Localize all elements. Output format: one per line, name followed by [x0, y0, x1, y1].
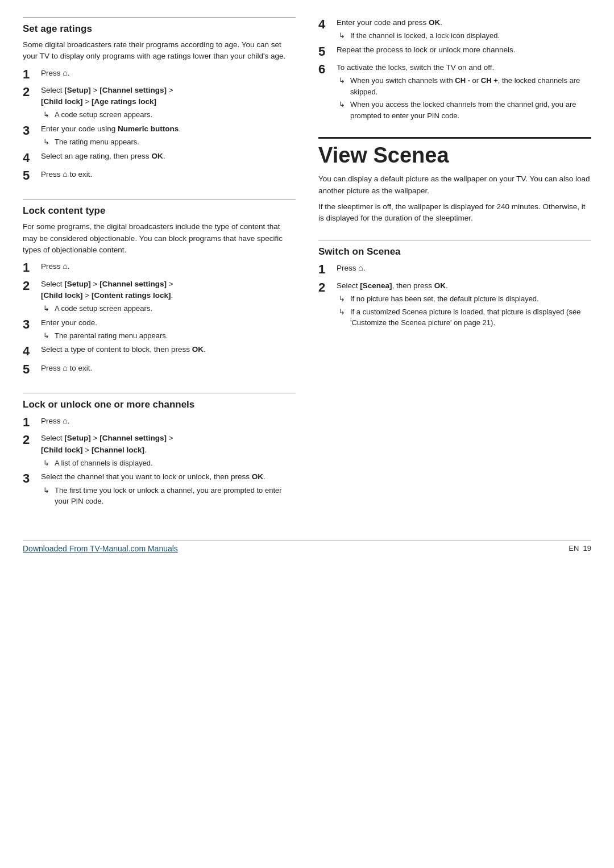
luc-step-3: 3 Select the channel that you want to lo… — [23, 471, 296, 506]
sub-bullet-text-3a: The rating menu appears. — [55, 136, 139, 148]
step-content-2: Select [Setup] > [Channel settings] > [C… — [41, 85, 296, 121]
cont-sub-bullet-4a: ↳ If the channel is locked, a lock icon … — [339, 30, 591, 41]
luc-step-num-1: 1 — [23, 415, 39, 430]
arrow-icon-sos-2b: ↳ — [339, 306, 347, 318]
arrow-icon-cont-6b: ↳ — [339, 99, 347, 110]
sos-step-content-2: Select [Scenea], then press OK. ↳ If no … — [337, 280, 591, 329]
page-layout: Set age ratings Some digital broadcaster… — [23, 17, 591, 523]
arrow-icon-3a: ↳ — [43, 136, 51, 148]
sub-bullet-2a: ↳ A code setup screen appears. — [43, 109, 296, 121]
step-num-3: 3 — [23, 123, 39, 138]
view-scenea-body2: If the sleeptimer is off, the wallpaper … — [318, 201, 591, 225]
sos-sub-bullet-2a: ↳ If no picture has been set, the defaul… — [339, 293, 591, 305]
bold-ok-4: OK — [151, 152, 163, 160]
bold-channel-settings: [Channel settings] — [99, 86, 167, 94]
arrow-icon-lct-3a: ↳ — [43, 330, 51, 342]
section-switch-on-scenea: Switch on Scenea 1 Press . 2 Select [Sce… — [318, 240, 591, 328]
bold-lct-crl: [Content ratings lock] — [92, 291, 171, 300]
arrow-icon-cont-4a: ↳ — [339, 30, 347, 41]
step-content-4: Select an age rating, then press OK. — [41, 151, 296, 162]
footer-page-label: EN — [569, 544, 579, 553]
lock-content-type-steps: 1 Press . 2 Select [Setup] > [Channel se… — [23, 260, 296, 377]
sos-sub-bullet-2b: ↳ If a customized Scenea picture is load… — [339, 306, 591, 329]
bold-setup: [Setup] — [64, 86, 91, 94]
lct-step-2: 2 Select [Setup] > [Channel settings] > … — [23, 279, 296, 314]
cont-sub-text-6b: When you access the locked channels from… — [350, 99, 591, 121]
bold-lct-cl: [Child lock] — [41, 291, 83, 300]
cont-step-5: 5 Repeat the process to lock or unlock m… — [318, 44, 591, 59]
lct-step-content-1: Press . — [41, 260, 296, 272]
lct-step-num-5: 5 — [23, 362, 39, 377]
section-lock-unlock-channels: Lock or unlock one or more channels 1 Pr… — [23, 393, 296, 507]
lct-step-num-4: 4 — [23, 344, 39, 359]
bold-scenea: [Scenea] — [360, 281, 392, 290]
lct-step-content-2: Select [Setup] > [Channel settings] > [C… — [41, 279, 296, 314]
cont-step-4: 4 Enter your code and press OK. ↳ If the… — [318, 17, 591, 41]
step-content-5: Press to exit. — [41, 168, 296, 180]
luc-step-num-2: 2 — [23, 433, 39, 447]
section-view-scenea: View Scenea You can display a default pi… — [318, 137, 591, 224]
bold-luc-setup: [Setup] — [64, 434, 91, 442]
cont-sub-bullet-6b: ↳ When you access the locked channels fr… — [339, 99, 591, 121]
section-divider-3 — [23, 393, 296, 393]
cont-step-content-5: Repeat the process to lock or unlock mor… — [337, 44, 591, 56]
lct-step-1: 1 Press . — [23, 260, 296, 275]
bold-ok-lct-4: OK — [192, 345, 204, 354]
luc-step-content-3: Select the channel that you want to lock… — [41, 471, 296, 506]
section-divider-scenea — [318, 240, 591, 240]
sos-step-2: 2 Select [Scenea], then press OK. ↳ If n… — [318, 280, 591, 329]
luc-step-content-1: Press . — [41, 415, 296, 427]
step-content-3: Enter your code using Numeric buttons. ↳… — [41, 123, 296, 148]
arrow-icon-2a: ↳ — [43, 109, 51, 121]
section-set-age-ratings: Set age ratings Some digital broadcaster… — [23, 17, 296, 183]
bold-ok-cont-4: OK — [429, 18, 440, 27]
view-scenea-title: View Scenea — [318, 137, 591, 168]
lock-content-type-title: Lock content type — [23, 205, 296, 217]
bold-numeric-buttons: Numeric buttons — [118, 124, 179, 133]
bold-lct-cs: [Channel settings] — [99, 280, 167, 288]
lct-step-3: 3 Enter your code. ↳ The parental rating… — [23, 317, 296, 342]
sos-sub-text-2b: If a customized Scenea picture is loaded… — [350, 306, 591, 329]
section-lock-unlock-continued: 4 Enter your code and press OK. ↳ If the… — [318, 17, 591, 121]
bold-luc-cl: [Child lock] — [41, 446, 83, 454]
home-icon-luc-1 — [63, 417, 67, 425]
left-column: Set age ratings Some digital broadcaster… — [23, 17, 296, 523]
lock-unlock-continued-steps: 4 Enter your code and press OK. ↳ If the… — [318, 17, 591, 121]
lct-step-num-2: 2 — [23, 279, 39, 293]
switch-on-scenea-steps: 1 Press . 2 Select [Scenea], then press … — [318, 262, 591, 328]
home-icon-lct-1 — [63, 262, 67, 271]
bold-luc-cs: [Channel settings] — [99, 434, 167, 442]
arrow-icon-sos-2a: ↳ — [339, 293, 347, 305]
page-footer: Downloaded From TV-Manual.com Manuals EN… — [23, 540, 591, 553]
step-num-1: 1 — [23, 67, 39, 82]
bold-ok-sos-2: OK — [434, 281, 446, 290]
section-divider — [23, 17, 296, 18]
lct-step-content-5: Press to exit. — [41, 362, 296, 374]
step-3: 3 Enter your code using Numeric buttons.… — [23, 123, 296, 148]
luc-step-num-3: 3 — [23, 471, 39, 486]
cont-step-content-4: Enter your code and press OK. ↳ If the c… — [337, 17, 591, 41]
set-age-ratings-steps: 1 Press . 2 Select [Setup] > [Channel se… — [23, 67, 296, 184]
lct-step-content-4: Select a type of content to block, then … — [41, 344, 296, 355]
home-icon-5 — [63, 170, 67, 178]
cont-sub-text-6a: When you switch channels with CH - or CH… — [350, 75, 591, 97]
sos-sub-text-2a: If no picture has been set, the default … — [350, 293, 539, 305]
lock-content-type-body: For some programs, the digital broadcast… — [23, 221, 296, 256]
bold-ch-plus: CH + — [481, 76, 498, 85]
switch-on-scenea-title: Switch on Scenea — [318, 246, 591, 258]
arrow-icon-luc-3a: ↳ — [43, 485, 51, 496]
cont-step-num-4: 4 — [318, 17, 334, 32]
sos-step-1: 1 Press . — [318, 262, 591, 277]
lct-step-num-3: 3 — [23, 317, 39, 332]
sos-step-content-1: Press . — [337, 262, 591, 274]
view-scenea-body1: You can display a default picture as the… — [318, 173, 591, 197]
footer-link[interactable]: Downloaded From TV-Manual.com Manuals — [23, 544, 178, 553]
home-icon-1 — [63, 69, 67, 77]
step-num-4: 4 — [23, 151, 39, 165]
set-age-ratings-body: Some digital broadcasters rate their pro… — [23, 39, 296, 63]
luc-step-content-2: Select [Setup] > [Channel settings] > [C… — [41, 433, 296, 468]
lct-step-5: 5 Press to exit. — [23, 362, 296, 377]
section-lock-content-type: Lock content type For some programs, the… — [23, 199, 296, 377]
step-num-2: 2 — [23, 85, 39, 99]
step-5: 5 Press to exit. — [23, 168, 296, 183]
